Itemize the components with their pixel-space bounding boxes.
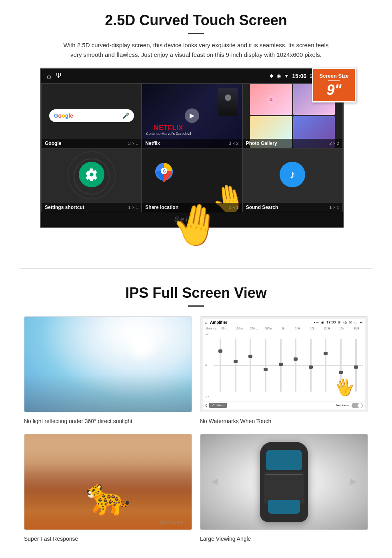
mic-icon[interactable]: 🎤 — [122, 112, 129, 119]
settings-app-name: Settings shortcut — [45, 205, 84, 210]
feature-watermarks: ⌂ Amplifier ▪ ··· ◉ 17:33 ⊡ ◁) ☒ ▭ ↩ Bal… — [200, 316, 368, 426]
section-curved-screen: 2.5D Curved Touch Screen With 2.5D curve… — [0, 0, 392, 236]
app-cell-sound[interactable]: ♪ Sound Search 1 × 1 — [242, 148, 343, 212]
sun-burst — [126, 331, 158, 363]
gallery-label-bar: Photo Gallery 2 × 2 — [243, 139, 342, 148]
sound-grid-size: 1 × 1 — [329, 205, 339, 210]
google-maps-icon: G — [154, 161, 174, 185]
cheetah-caption: Super Fast Response — [24, 534, 192, 544]
device-wrapper: Screen Size 9" ⌂ Ψ ✱ ◉ ▼ 15:06 ⊡ ◁) ☒ — [40, 68, 352, 228]
svg-text:G: G — [163, 169, 166, 173]
feature-cheetah: 🐆 Seicane Super Fast Response — [24, 434, 192, 544]
amp-bars: 10 0 -10 — [203, 330, 365, 401]
play-button[interactable]: ▶ — [185, 108, 199, 123]
netflix-overlay: NETFLIX Continue Marvel's Daredevil — [146, 124, 191, 136]
app-cell-netflix[interactable]: ▶ NETFLIX Continue Marvel's Daredevil Ne… — [142, 83, 242, 148]
share-app-name: Share location — [145, 205, 178, 210]
netflix-logo: NETFLIX — [146, 124, 191, 132]
title-underline — [188, 33, 204, 34]
netflix-label-bar: Netflix 3 × 2 — [142, 139, 242, 148]
arrow-left-icon: ▲ — [208, 476, 220, 488]
feature-img-watermarks: ⌂ Amplifier ▪ ··· ◉ 17:33 ⊡ ◁) ☒ ▭ ↩ Bal… — [200, 316, 368, 412]
app-cell-settings[interactable]: Settings shortcut 1 × 1 — [41, 148, 142, 212]
section1-description: With 2.5D curved-display screen, this de… — [60, 40, 332, 60]
car-windshield — [266, 450, 302, 470]
section1-title: 2.5D Curved Touch Screen — [24, 12, 368, 29]
share-label-bar: Share location 1 × 1 — [142, 203, 242, 212]
sound-label-bar: Sound Search 1 × 1 — [243, 203, 342, 212]
app-cell-share[interactable]: G 🤚 Share location 1 × 1 — [142, 148, 242, 212]
gallery-grid-size: 2 × 2 — [329, 141, 339, 146]
section-ips: IPS Full Screen View No light reflecting… — [0, 277, 392, 556]
music-icon-circle: ♪ — [280, 162, 305, 187]
feature-car: ▲ ▲ ▲ ▲ Large Viewing Angle — [200, 434, 368, 544]
app-grid-bottom: Settings shortcut 1 × 1 — [41, 148, 343, 212]
google-label-bar: Google 3 × 1 — [42, 139, 141, 148]
car-lines — [266, 474, 302, 475]
screen-footer: Seicane — [41, 212, 343, 227]
netflix-grid-size: 3 × 2 — [229, 141, 239, 146]
seicane-screen-watermark: Seicane — [174, 215, 210, 223]
car-bg: ▲ ▲ ▲ ▲ — [200, 434, 368, 530]
feature-img-sunlight — [24, 316, 192, 412]
car-rear-window — [268, 500, 300, 514]
sound-app-name: Sound Search — [246, 205, 278, 210]
badge-size: 9" — [316, 83, 352, 97]
amplifier-bg: ⌂ Amplifier ▪ ··· ◉ 17:33 ⊡ ◁) ☒ ▭ ↩ Bal… — [200, 317, 368, 412]
wifi-icon: ▼ — [284, 73, 289, 79]
feature-sunlight: No light reflecting under 360° direct su… — [24, 316, 192, 426]
gallery-thumb-1: 🌸 — [250, 84, 292, 115]
google-app-name: Google — [45, 141, 61, 146]
google-search-bar[interactable]: Google 🎤 — [49, 109, 134, 122]
watermarks-caption: No Watermarks When Touch — [200, 416, 368, 426]
section-divider — [20, 268, 372, 269]
section2-title: IPS Full Screen View — [24, 285, 368, 301]
cheetah-silhouette: 🐆 — [86, 476, 130, 518]
netflix-app-name: Netflix — [145, 141, 160, 146]
status-bar-left: ⌂ Ψ — [47, 72, 61, 80]
google-logo: Google — [54, 112, 73, 119]
share-grid-size: 1 × 1 — [229, 205, 239, 210]
badge-label: Screen Size — [316, 73, 352, 79]
car-roof — [264, 472, 304, 504]
app-grid-top: Google 🎤 Google 3 × 1 — [41, 83, 343, 148]
car-top-view — [260, 442, 308, 522]
sunlight-caption: No light reflecting under 360° direct su… — [24, 416, 192, 426]
screen-size-badge: Screen Size 9" — [312, 68, 356, 102]
usb-icon: Ψ — [56, 72, 61, 80]
arrow-right-icon: ▲ — [348, 476, 360, 488]
feature-grid: No light reflecting under 360° direct su… — [24, 316, 368, 544]
amp-header: ⌂ Amplifier ▪ ··· ◉ 17:33 ⊡ ◁) ☒ ▭ ↩ — [203, 319, 365, 326]
device-screen: ⌂ Ψ ✱ ◉ ▼ 15:06 ⊡ ◁) ☒ ▭ — [40, 68, 344, 228]
badge-divider — [328, 80, 340, 81]
section2-underline — [188, 305, 204, 307]
home-icon[interactable]: ⌂ — [47, 72, 51, 80]
app-cell-google[interactable]: Google 🎤 Google 3 × 1 — [41, 83, 142, 148]
car-caption: Large Viewing Angle — [200, 534, 368, 544]
search-input[interactable] — [76, 112, 120, 120]
status-bar: ⌂ Ψ ✱ ◉ ▼ 15:06 ⊡ ◁) ☒ ▭ — [41, 69, 343, 83]
feature-img-cheetah: 🐆 Seicane — [24, 434, 192, 530]
location-icon: ◉ — [277, 73, 281, 79]
seicane-cheetah-watermark: Seicane — [160, 519, 184, 526]
gallery-app-name: Photo Gallery — [246, 141, 277, 146]
sunlight-bg — [24, 317, 192, 412]
status-time: 15:06 — [292, 73, 306, 79]
feature-img-car: ▲ ▲ ▲ ▲ — [200, 434, 368, 530]
settings-grid-size: 1 × 1 — [128, 205, 138, 210]
settings-label-bar: Settings shortcut 1 × 1 — [42, 203, 141, 212]
cheetah-bg: 🐆 Seicane — [24, 434, 192, 530]
google-grid-size: 3 × 1 — [128, 141, 138, 146]
netflix-subtitle: Continue Marvel's Daredevil — [146, 132, 191, 136]
bluetooth-icon: ✱ — [270, 73, 274, 79]
